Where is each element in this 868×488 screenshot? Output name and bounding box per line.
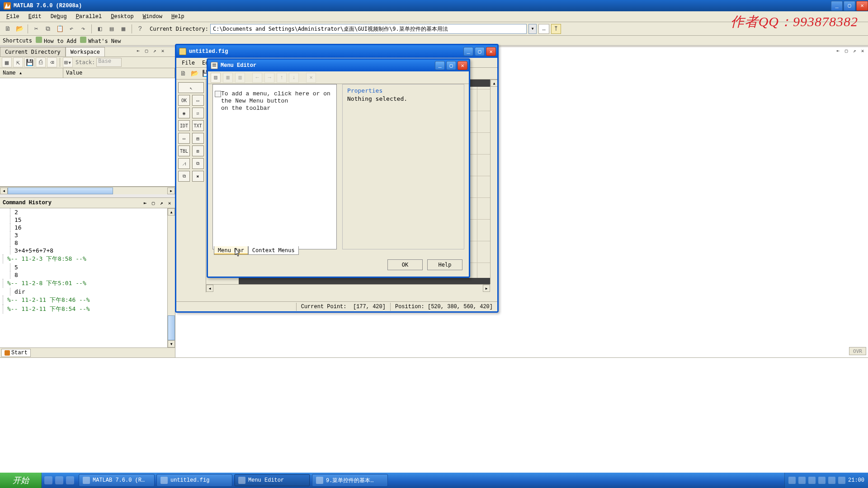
tab-menu-bar[interactable]: Menu Bar	[214, 246, 248, 255]
menu-window[interactable]: Window	[138, 12, 167, 21]
quick-launch-icon[interactable]	[44, 476, 52, 484]
paste-icon[interactable]: 📋	[55, 24, 65, 34]
minimize-button[interactable]: _	[435, 61, 445, 70]
popout-icon[interactable]: ↗	[158, 200, 165, 206]
move-up-icon[interactable]: ↑	[277, 73, 287, 83]
popout-icon[interactable]: ↗	[151, 47, 158, 54]
open-icon[interactable]: 📂	[189, 69, 199, 79]
move-right-icon[interactable]: →	[264, 73, 274, 83]
ok-button[interactable]: OK	[387, 259, 423, 270]
history-line[interactable]: %-- 11-2-3 下午8:58 --%	[0, 254, 175, 263]
move-left-icon[interactable]: ←	[252, 73, 262, 83]
history-line[interactable]: 8	[0, 239, 175, 247]
history-line[interactable]: 5	[0, 263, 175, 271]
quick-launch-icon[interactable]	[66, 476, 74, 484]
palette-tool[interactable]: ⧉	[192, 158, 204, 169]
copy-icon[interactable]: ⧉	[43, 24, 53, 34]
history-line[interactable]: %-- 11-2-8 下午5:01 --%	[0, 279, 175, 288]
history-line[interactable]: 3	[0, 231, 175, 239]
palette-tool[interactable]: ⊞	[192, 145, 204, 156]
palette-tool[interactable]: ▤	[192, 133, 204, 144]
tray-icon[interactable]	[808, 477, 816, 484]
stack-select[interactable]: Base	[96, 58, 122, 67]
restore-icon[interactable]: ▢	[843, 47, 850, 54]
close-panel-icon[interactable]: ✕	[159, 47, 166, 54]
menu-help[interactable]: Help	[167, 12, 189, 21]
simulink-icon[interactable]: ◧	[95, 24, 105, 34]
popout-icon[interactable]: ↗	[851, 47, 858, 54]
palette-tool[interactable]: IDT	[178, 120, 190, 131]
help-button[interactable]: Help	[427, 259, 462, 270]
print-icon[interactable]: ⎙	[36, 57, 46, 67]
col-value[interactable]: Value	[63, 68, 175, 78]
tray-icon[interactable]	[788, 477, 796, 484]
undock-icon[interactable]: ⇤	[135, 47, 142, 54]
history-line[interactable]: 8	[0, 271, 175, 279]
minimize-button[interactable]: _	[463, 47, 473, 56]
tray-icon[interactable]	[798, 477, 806, 484]
command-history-vscrollbar[interactable]: ▴ ▾	[167, 208, 175, 347]
import-icon[interactable]: ⇱	[13, 57, 23, 67]
scroll-track[interactable]	[168, 216, 175, 340]
history-line[interactable]: 3+4+5+6+7+8	[0, 247, 175, 254]
palette-tool[interactable]: OK	[178, 95, 190, 106]
help-icon[interactable]: ?	[135, 24, 145, 34]
new-icon[interactable]: 🗎	[178, 69, 188, 79]
scroll-left-icon[interactable]: ◂	[206, 285, 213, 292]
close-panel-icon[interactable]: ✕	[166, 200, 173, 206]
undock-icon[interactable]: ⇤	[835, 47, 842, 54]
up-dir-icon[interactable]: ⤒	[551, 24, 561, 34]
redo-icon[interactable]: ↷	[78, 24, 88, 34]
scroll-right-icon[interactable]: ▸	[483, 285, 490, 292]
close-button[interactable]: ✕	[458, 61, 467, 70]
quick-launch-icon[interactable]	[55, 476, 63, 484]
palette-tool[interactable]: TXT	[192, 120, 204, 131]
new-file-icon[interactable]: 🗎	[3, 24, 13, 34]
close-button[interactable]: ✕	[486, 47, 496, 56]
scroll-thumb[interactable]	[8, 188, 113, 194]
scroll-up-icon[interactable]: ▴	[491, 80, 497, 87]
history-line[interactable]: 2	[0, 208, 175, 216]
scroll-thumb[interactable]	[168, 315, 175, 340]
windows-start-button[interactable]: 开始	[0, 473, 42, 488]
menu-parallel[interactable]: Parallel	[71, 12, 107, 21]
palette-tool[interactable]: ◉	[178, 108, 190, 118]
palette-tool[interactable]: ▭	[192, 95, 204, 106]
minimize-button[interactable]: _	[831, 1, 843, 11]
palette-tool[interactable]: ✖	[192, 171, 204, 182]
palette-tool[interactable]: ☑	[192, 108, 204, 118]
new-menu-icon[interactable]: ▤	[211, 73, 221, 83]
undo-icon[interactable]: ↶	[66, 24, 76, 34]
palette-tool[interactable]: ⩘	[178, 158, 190, 169]
history-line[interactable]: %-- 11-2-11 下午8:46 --%	[0, 296, 175, 305]
new-context-icon[interactable]: ▥	[235, 73, 245, 83]
new-menuitem-icon[interactable]: ▦	[223, 73, 233, 83]
palette-tool[interactable]: TBL	[178, 145, 190, 156]
tray-icon[interactable]	[838, 477, 845, 484]
undock-icon[interactable]: ⇤	[142, 200, 149, 206]
col-name[interactable]: Name ▴	[0, 68, 63, 78]
restore-icon[interactable]: ▢	[150, 200, 157, 206]
menu-desktop[interactable]: Desktop	[106, 12, 138, 21]
tray-icon[interactable]	[828, 477, 835, 484]
taskbar-item[interactable]: Menu Editor	[234, 474, 310, 487]
maximize-button[interactable]: ▢	[446, 61, 456, 70]
scroll-down-icon[interactable]: ▾	[168, 340, 175, 347]
maximize-button[interactable]: ▢	[844, 1, 855, 11]
tab-context-menus[interactable]: Context Menus	[248, 246, 299, 255]
delete-var-icon[interactable]: ⌫	[47, 57, 57, 67]
menu-file[interactable]: File	[2, 12, 24, 21]
history-line[interactable]: 15	[0, 216, 175, 224]
palette-tool[interactable]: ↖	[178, 82, 204, 93]
palette-tool[interactable]: ▭	[178, 133, 190, 144]
canvas-vscrollbar[interactable]: ▴	[490, 80, 497, 284]
close-button[interactable]: ✕	[856, 1, 868, 11]
clock[interactable]: 21:00	[848, 477, 864, 483]
history-line[interactable]: %-- 11-2-11 下午8:54 --%	[0, 305, 175, 314]
tab-current-directory[interactable]: Current Directory	[0, 47, 66, 56]
guide-icon[interactable]: ▤	[107, 24, 117, 34]
guide-menu-file[interactable]: File	[178, 59, 198, 67]
restore-icon[interactable]: ▢	[143, 47, 150, 54]
plot-icon[interactable]: ⊞▾	[63, 57, 73, 67]
scroll-right-icon[interactable]: ▸	[167, 188, 175, 194]
